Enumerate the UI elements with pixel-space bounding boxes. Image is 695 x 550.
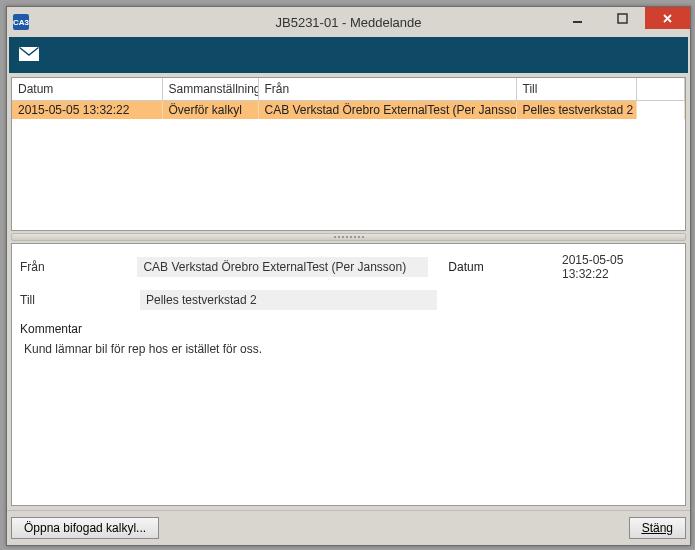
grid-header-row[interactable]: Datum Sammanställning Från Till [12, 78, 685, 101]
to-value: Pelles testverkstad 2 [140, 290, 437, 310]
close-dialog-button[interactable]: Stäng [629, 517, 686, 539]
col-fran[interactable]: Från [258, 78, 516, 101]
content-area: Datum Sammanställning Från Till 2015-05-… [7, 73, 690, 510]
col-sammanstallning[interactable]: Sammanställning [162, 78, 258, 101]
from-value: CAB Verkstad Örebro ExternalTest (Per Ja… [137, 257, 428, 277]
minimize-button[interactable] [555, 7, 600, 29]
cell-till: Pelles testverkstad 2 [516, 101, 636, 120]
svg-rect-1 [618, 14, 627, 23]
window-controls [555, 7, 690, 37]
mail-icon[interactable] [19, 47, 39, 64]
message-grid[interactable]: Datum Sammanställning Från Till 2015-05-… [11, 77, 686, 231]
to-label: Till [20, 293, 140, 307]
open-attached-button[interactable]: Öppna bifogad kalkyl... [11, 517, 159, 539]
comment-label: Kommentar [20, 322, 677, 336]
comment-text: Kund lämnar bil för rep hos er istället … [20, 340, 677, 499]
footer: Öppna bifogad kalkyl... Stäng [7, 510, 690, 545]
col-spacer [636, 78, 685, 101]
col-till[interactable]: Till [516, 78, 636, 101]
from-label: Från [20, 260, 137, 274]
maximize-button[interactable] [600, 7, 645, 29]
date-value: 2015-05-05 13:32:22 [556, 250, 677, 284]
toolbar [9, 37, 688, 73]
date-label: Datum [448, 260, 556, 274]
close-button[interactable] [645, 7, 690, 29]
svg-rect-0 [573, 21, 582, 23]
cell-datum: 2015-05-05 13:32:22 [12, 101, 162, 120]
details-panel: Från CAB Verkstad Örebro ExternalTest (P… [11, 243, 686, 506]
cell-fran: CAB Verkstad Örebro ExternalTest (Per Ja… [258, 101, 516, 120]
table-row[interactable]: 2015-05-05 13:32:22 Överför kalkyl CAB V… [12, 101, 685, 120]
titlebar[interactable]: CA3 JB5231-01 - Meddelande [7, 7, 690, 37]
window: CA3 JB5231-01 - Meddelande [6, 6, 691, 546]
cell-sammanstallning: Överför kalkyl [162, 101, 258, 120]
splitter[interactable] [11, 233, 686, 241]
app-icon: CA3 [13, 14, 29, 30]
cell-spacer [636, 101, 685, 120]
col-datum[interactable]: Datum [12, 78, 162, 101]
